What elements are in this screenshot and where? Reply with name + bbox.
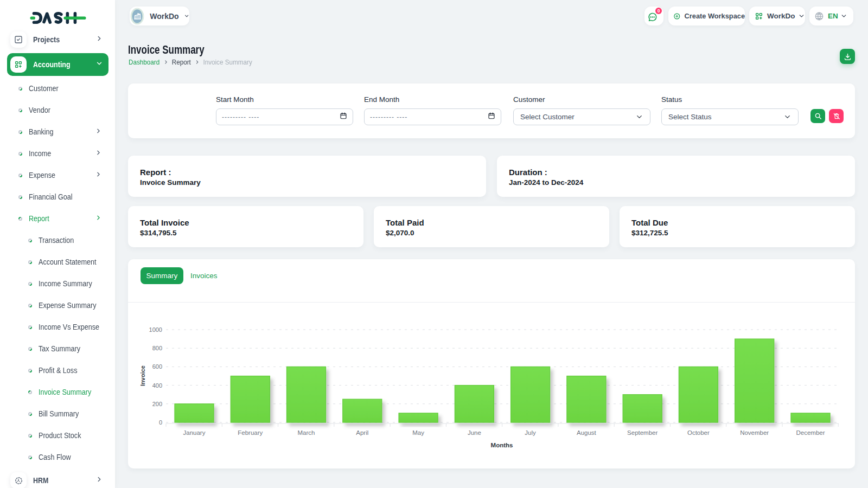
svg-text:November: November [740, 429, 769, 436]
svg-text:December: December [796, 429, 825, 436]
svg-text:August: August [577, 429, 597, 436]
svg-text:600: 600 [152, 363, 162, 370]
svg-text:October: October [687, 429, 710, 436]
svg-text:March: March [298, 429, 315, 436]
svg-text:Months: Months [491, 442, 513, 448]
svg-text:0: 0 [159, 419, 162, 426]
svg-text:800: 800 [152, 345, 162, 351]
svg-text:Invoice: Invoice [139, 365, 146, 386]
svg-text:May: May [412, 429, 424, 436]
svg-text:January: January [183, 429, 206, 436]
svg-text:400: 400 [152, 382, 162, 389]
svg-text:September: September [627, 429, 658, 436]
svg-text:200: 200 [152, 401, 162, 407]
svg-text:April: April [356, 429, 368, 436]
svg-text:June: June [468, 429, 481, 436]
svg-text:February: February [238, 429, 263, 436]
svg-text:July: July [525, 429, 536, 436]
svg-text:1000: 1000 [149, 326, 162, 333]
